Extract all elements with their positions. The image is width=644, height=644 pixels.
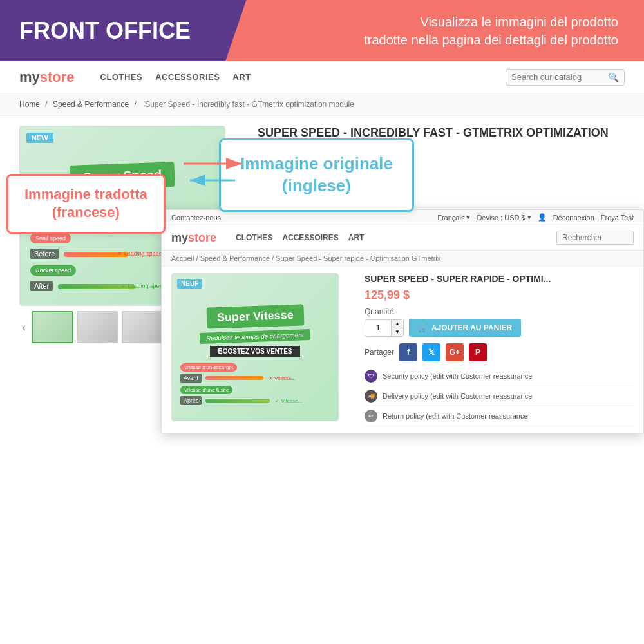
fr-quantity-value[interactable] (365, 321, 391, 335)
fr-nav-art[interactable]: ART (348, 233, 365, 242)
fr-policy-list: 🛡 Security policy (edit with Customer re… (365, 366, 634, 426)
after-label-en: After (30, 281, 53, 291)
fr-disconnect[interactable]: Déconnexion (553, 214, 594, 222)
fr-main-product-image: NEUF Super Vitesse Réduisez le temps de … (171, 273, 339, 421)
fr-main-content: NEUF Super Vitesse Réduisez le temps de … (162, 267, 643, 433)
fr-store-logo: mystore (171, 231, 216, 245)
nav-accessories-en[interactable]: ACCESSORIES (155, 72, 220, 82)
fr-top-bar: Contactez-nous Français ▾ Devise : USD $… (162, 210, 643, 225)
fr-snail-label: Vitesse d'un escargot (180, 363, 237, 372)
fr-currency[interactable]: Devise : USD $ ▾ (477, 213, 531, 222)
neuf-badge-fr: NEUF (177, 279, 202, 289)
banner-subtitle: Visualizza le immagini del prodotto trad… (364, 13, 618, 49)
store-logo-en: mystore (19, 69, 75, 86)
fr-contact[interactable]: Contactez-nous (171, 214, 221, 222)
fr-after-label: Après (180, 396, 202, 405)
fr-nav: CLOTHES ACCESSOIRES ART (236, 233, 556, 242)
fr-breadcrumb-home[interactable]: Accueil (171, 254, 194, 262)
fr-qty-down[interactable]: ▼ (392, 328, 403, 336)
breadcrumb-category-en[interactable]: Speed & Performance (53, 100, 129, 109)
arrow-fr (180, 147, 245, 182)
top-banner: FRONT OFFICE Visualizza le immagini del … (0, 0, 644, 61)
thumb-2-en[interactable] (77, 311, 118, 343)
before-label-en: Before (30, 249, 59, 259)
fr-policy-delivery: 🚚 Delivery policy (edit with Customer re… (365, 386, 634, 406)
breadcrumb-product-en: Super Speed - Incredibly fast - GTmetrix… (145, 100, 354, 109)
banner-title: FRONT OFFICE (19, 17, 191, 44)
nav-art-en[interactable]: ART (232, 72, 251, 82)
currency-dropdown-icon-fr: ▾ (527, 213, 531, 222)
fr-img-subtitle: Réduisez le temps de chargement (200, 329, 310, 344)
fr-nav-accessories[interactable]: ACCESSOIRES (282, 233, 338, 242)
callout-original-en: Immagine originale (inglese) (219, 138, 414, 212)
fr-quantity-row: ▲ ▼ 🛒 AJOUTER AU PANIER (365, 319, 634, 337)
nav-menu-en: CLOTHES ACCESSORIES ART (100, 72, 506, 82)
fr-quantity-label: Quantité (365, 307, 634, 316)
fr-user-icon: 👤 (538, 213, 547, 222)
fr-quantity-arrows: ▲ ▼ (391, 320, 403, 336)
thumb-1-en[interactable] (32, 311, 73, 343)
snail-label-en: Snail speed (30, 233, 71, 243)
search-icon-en: 🔍 (608, 72, 619, 82)
fr-product-info: SUPER SPEED - SUPER RAPIDE - OPTIMI... 1… (365, 273, 634, 426)
fr-policy-return: ↩ Return policy (edit with Customer reas… (365, 406, 634, 426)
fr-language[interactable]: Français ▾ (437, 213, 470, 222)
fr-product-images: NEUF Super Vitesse Réduisez le temps de … (171, 273, 352, 426)
fr-facebook-btn[interactable]: f (399, 343, 417, 361)
thumb-3-en[interactable] (122, 311, 164, 343)
fr-product-price: 125,99 $ (365, 289, 634, 302)
fr-quantity-input[interactable]: ▲ ▼ (365, 319, 404, 337)
prev-thumb-en[interactable]: ‹ (19, 321, 28, 334)
breadcrumb-home-en[interactable]: Home (19, 100, 40, 109)
fr-pinterest-btn[interactable]: P (469, 343, 487, 361)
fr-rocket-label: Vitesse d'une fusée (180, 386, 232, 394)
fr-cart-icon: 🛒 (418, 323, 428, 332)
fr-img-boost: BOOSTEZ VOS VENTES (210, 346, 299, 357)
fr-share-row: Partager f 𝕏 G+ P (365, 343, 634, 361)
french-store-overlay: Contactez-nous Français ▾ Devise : USD $… (161, 209, 644, 433)
store-header-en: mystore CLOTHES ACCESSORIES ART 🔍 (0, 61, 644, 93)
breadcrumb-en: Home / Speed & Performance / Super Speed… (0, 93, 644, 116)
fr-share-label: Partager (365, 348, 394, 357)
fr-return-icon: ↩ (365, 410, 377, 422)
fr-googleplus-btn[interactable]: G+ (446, 343, 464, 361)
new-badge-en: NEW (26, 133, 53, 143)
fr-header: mystore CLOTHES ACCESSOIRES ART (162, 225, 643, 251)
fr-security-icon: 🛡 (365, 370, 377, 383)
fr-top-right: Français ▾ Devise : USD $ ▾ 👤 Déconnexio… (437, 213, 634, 222)
dropdown-icon-fr: ▾ (466, 213, 470, 222)
fr-breadcrumb-product: Super Speed - Super rapide - Optimisatio… (276, 254, 440, 262)
fr-twitter-btn[interactable]: 𝕏 (422, 343, 440, 361)
fr-policy-security: 🛡 Security policy (edit with Customer re… (365, 366, 634, 386)
fr-breadcrumb-category[interactable]: Speed & Performance (200, 254, 270, 262)
callout-translated-fr: Immagine tradotta (francese) (6, 174, 166, 234)
fr-qty-up[interactable]: ▲ (392, 320, 403, 328)
search-box-en[interactable]: 🔍 (506, 69, 625, 86)
fr-before-label: Avant (180, 374, 202, 383)
fr-search-input[interactable] (556, 231, 634, 245)
fr-add-to-cart-button[interactable]: 🛒 AJOUTER AU PANIER (409, 319, 521, 337)
fr-product-title: SUPER SPEED - SUPER RAPIDE - OPTIMI... (365, 273, 634, 285)
search-input-en[interactable] (511, 72, 608, 82)
fr-truck-icon: 🚚 (365, 390, 377, 402)
fr-nav-clothes[interactable]: CLOTHES (236, 233, 272, 242)
nav-clothes-en[interactable]: CLOTHES (100, 72, 143, 82)
fr-img-title: Super Vitesse (206, 304, 304, 328)
rocket-label-en: Rocket speed (30, 265, 76, 276)
fr-theme: Freya Test (601, 214, 634, 222)
fr-breadcrumb: Accueil / Speed & Performance / Super Sp… (162, 251, 643, 267)
